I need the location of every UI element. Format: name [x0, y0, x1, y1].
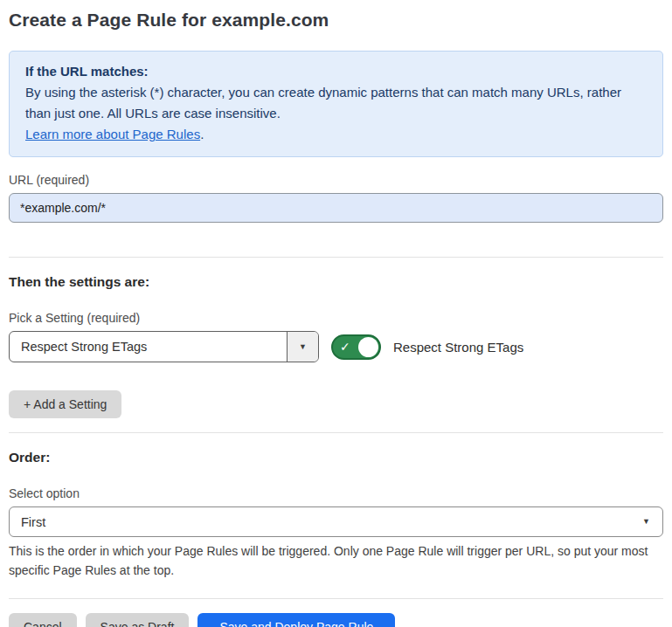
setting-select-value: Respect Strong ETags — [10, 332, 287, 362]
section-divider — [9, 432, 663, 433]
toggle-label: Respect Strong ETags — [393, 340, 523, 355]
check-icon: ✓ — [340, 341, 350, 353]
cancel-button[interactable]: Cancel — [9, 613, 77, 627]
settings-section-heading: Then the settings are: — [9, 274, 663, 290]
save-draft-button[interactable]: Save as Draft — [86, 613, 190, 627]
order-select[interactable]: First ▼ — [9, 506, 663, 537]
footer-divider — [9, 598, 663, 599]
setting-select[interactable]: Respect Strong ETags ▼ — [9, 331, 319, 362]
order-select-label: Select option — [9, 486, 663, 500]
learn-more-link[interactable]: Learn more about Page Rules — [25, 127, 200, 141]
url-match-info-box: If the URL matches: By using the asteris… — [9, 51, 663, 157]
section-divider — [9, 257, 663, 258]
page-title: Create a Page Rule for example.com — [9, 10, 663, 31]
order-section-heading: Order: — [9, 450, 663, 465]
chevron-down-icon: ▼ — [642, 518, 650, 526]
info-box-link-line: Learn more about Page Rules. — [25, 124, 647, 145]
setting-select-arrow-box[interactable]: ▼ — [287, 332, 318, 362]
footer-buttons: Cancel Save as Draft Save and Deploy Pag… — [9, 613, 663, 627]
url-input[interactable] — [9, 193, 663, 223]
info-box-heading: If the URL matches: — [25, 61, 647, 82]
chevron-down-icon: ▼ — [299, 343, 307, 351]
toggle-knob — [358, 337, 378, 357]
url-field-label: URL (required) — [9, 173, 663, 187]
add-setting-button[interactable]: + Add a Setting — [9, 390, 121, 418]
save-deploy-button[interactable]: Save and Deploy Page Rule — [197, 613, 395, 627]
pick-setting-label: Pick a Setting (required) — [9, 311, 663, 325]
setting-row: Respect Strong ETags ▼ ✓ Respect Strong … — [9, 331, 663, 362]
page-rule-form: Create a Page Rule for example.com If th… — [0, 10, 672, 627]
order-select-value: First — [10, 515, 642, 529]
setting-toggle[interactable]: ✓ — [331, 334, 381, 360]
info-box-body: By using the asterisk (*) character, you… — [25, 82, 647, 124]
link-suffix: . — [200, 127, 204, 141]
order-help-text: This is the order in which your Page Rul… — [9, 541, 663, 580]
